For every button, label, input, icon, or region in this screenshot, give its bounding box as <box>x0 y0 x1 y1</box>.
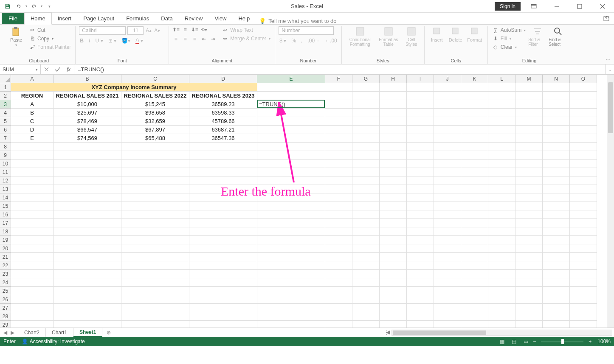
cell[interactable] <box>434 202 461 210</box>
cell[interactable] <box>434 92 461 100</box>
cell[interactable] <box>570 143 597 151</box>
cell[interactable] <box>407 100 434 109</box>
cell[interactable] <box>461 321 488 328</box>
font-size-input[interactable]: 11 <box>127 26 144 35</box>
cell[interactable] <box>352 312 380 321</box>
cell[interactable] <box>488 83 515 92</box>
data-tab[interactable]: Data <box>155 13 178 24</box>
cut-button[interactable]: ✂Cut <box>28 26 72 34</box>
cell[interactable] <box>570 287 597 295</box>
cell[interactable] <box>380 312 407 321</box>
cell[interactable] <box>488 321 515 328</box>
cell[interactable] <box>407 92 434 100</box>
cell[interactable] <box>257 210 325 219</box>
cell[interactable] <box>189 270 257 278</box>
cell[interactable] <box>515 83 543 92</box>
cell[interactable] <box>515 134 543 143</box>
cell[interactable] <box>352 168 380 176</box>
cell[interactable] <box>380 176 407 185</box>
cell[interactable] <box>11 193 54 202</box>
cell[interactable] <box>11 321 54 328</box>
cell[interactable] <box>189 210 257 219</box>
cell[interactable] <box>407 160 434 168</box>
col-header-N[interactable]: N <box>543 75 570 83</box>
row-header-8[interactable]: 8 <box>0 143 11 151</box>
cell[interactable] <box>543 160 570 168</box>
row-header-19[interactable]: 19 <box>0 236 11 244</box>
cell[interactable] <box>407 210 434 219</box>
cell[interactable]: REGION <box>11 92 54 100</box>
cell[interactable] <box>407 304 434 312</box>
cell[interactable] <box>407 261 434 270</box>
cell[interactable] <box>257 126 325 134</box>
cell[interactable] <box>352 176 380 185</box>
align-middle-icon[interactable]: ≡ <box>182 26 189 33</box>
cell[interactable] <box>257 202 325 210</box>
cell[interactable] <box>325 227 352 236</box>
cell[interactable] <box>570 109 597 117</box>
cell[interactable] <box>515 126 543 134</box>
cell[interactable] <box>407 117 434 126</box>
cell[interactable] <box>515 253 543 261</box>
sort-filter-button[interactable]: Sort & Filter <box>528 26 547 47</box>
cell[interactable] <box>488 295 515 304</box>
cell[interactable] <box>570 278 597 287</box>
cell[interactable] <box>257 151 325 160</box>
cell[interactable] <box>121 253 189 261</box>
cell[interactable] <box>407 134 434 143</box>
cell[interactable] <box>121 236 189 244</box>
cell[interactable] <box>121 244 189 253</box>
cell[interactable] <box>488 176 515 185</box>
cell[interactable] <box>54 321 121 328</box>
cell[interactable] <box>407 83 434 92</box>
cell[interactable] <box>515 176 543 185</box>
cell[interactable] <box>570 176 597 185</box>
cell[interactable] <box>352 143 380 151</box>
cell[interactable] <box>461 168 488 176</box>
row-header-11[interactable]: 11 <box>0 168 11 176</box>
cell[interactable] <box>515 109 543 117</box>
cell[interactable] <box>257 304 325 312</box>
cell[interactable] <box>407 278 434 287</box>
cell[interactable] <box>570 304 597 312</box>
col-header-J[interactable]: J <box>434 75 461 83</box>
col-header-M[interactable]: M <box>515 75 543 83</box>
cell[interactable] <box>515 143 543 151</box>
cell[interactable] <box>325 185 352 193</box>
cell[interactable] <box>325 312 352 321</box>
increase-decimal-button[interactable]: .00→ <box>307 37 321 44</box>
cell[interactable] <box>407 253 434 261</box>
cell[interactable] <box>121 321 189 328</box>
sheet-tab-Sheet1[interactable]: Sheet1 <box>73 328 102 337</box>
cell[interactable] <box>488 227 515 236</box>
cell[interactable] <box>54 176 121 185</box>
cell[interactable] <box>461 185 488 193</box>
cell[interactable] <box>325 83 352 92</box>
cell[interactable] <box>407 244 434 253</box>
cell[interactable] <box>461 270 488 278</box>
cell[interactable] <box>380 109 407 117</box>
cell[interactable] <box>543 227 570 236</box>
cell[interactable] <box>570 219 597 227</box>
zoom-slider[interactable] <box>541 341 583 342</box>
formulas-tab[interactable]: Formulas <box>120 13 155 24</box>
cell[interactable] <box>488 261 515 270</box>
cell[interactable] <box>352 185 380 193</box>
cell[interactable] <box>325 92 352 100</box>
cell[interactable] <box>189 261 257 270</box>
cell[interactable] <box>54 312 121 321</box>
cell[interactable] <box>434 143 461 151</box>
col-header-H[interactable]: H <box>380 75 407 83</box>
cell[interactable] <box>488 253 515 261</box>
cell[interactable] <box>570 312 597 321</box>
cell[interactable] <box>325 176 352 185</box>
cell[interactable] <box>407 143 434 151</box>
cell[interactable] <box>515 219 543 227</box>
decrease-font-icon[interactable]: A▾ <box>154 27 161 34</box>
cell[interactable] <box>121 176 189 185</box>
decrease-decimal-button[interactable]: ←.00 <box>324 37 338 44</box>
maximize-button[interactable] <box>570 0 589 12</box>
cell[interactable] <box>257 117 325 126</box>
cell[interactable] <box>257 83 325 92</box>
cell[interactable]: $32,659 <box>121 117 189 126</box>
